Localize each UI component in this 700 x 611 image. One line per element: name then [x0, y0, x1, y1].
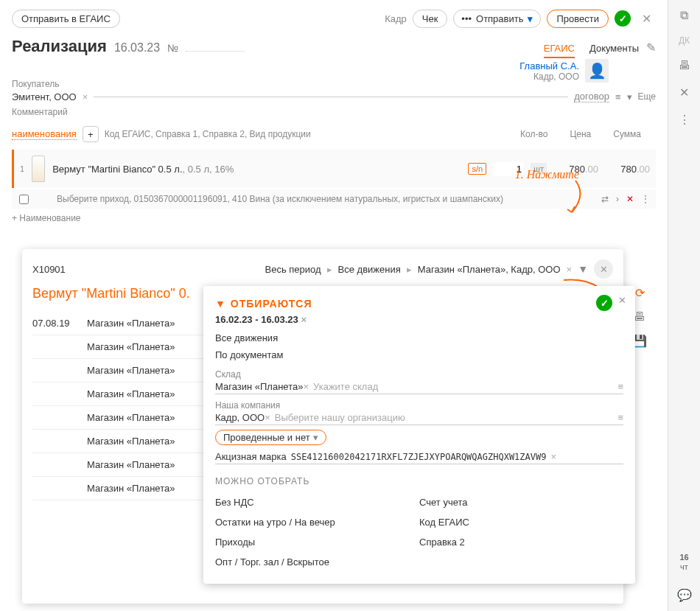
- dk-badge[interactable]: ДК: [679, 35, 690, 46]
- avatar: 👤: [585, 59, 609, 83]
- clear-store-icon[interactable]: ×: [567, 264, 573, 275]
- sn-button[interactable]: s/n: [468, 163, 486, 175]
- chek-button[interactable]: Чек: [413, 10, 448, 28]
- col-qty: Кол-во: [520, 129, 547, 139]
- breadcrumb-period[interactable]: Весь период: [265, 264, 321, 275]
- number-label: №: [167, 42, 178, 54]
- swap-icon[interactable]: ⇄: [601, 194, 609, 204]
- refresh-icon[interactable]: ⟳: [635, 286, 645, 300]
- chevron-down-icon[interactable]: ▾: [627, 91, 632, 102]
- clear-buyer-icon[interactable]: ×: [83, 91, 88, 102]
- delete-icon[interactable]: ✕: [626, 194, 634, 204]
- funnel-icon: ▼: [215, 298, 226, 310]
- delete-icon[interactable]: ✕: [679, 85, 689, 99]
- title-row: Реализация 16.03.23 № ЕГАИС Документы ✎: [12, 37, 656, 57]
- popup-code: X10901: [32, 264, 66, 275]
- chat-icon[interactable]: 💬: [677, 588, 692, 602]
- clear-date-icon[interactable]: ×: [301, 314, 307, 325]
- pencil-icon[interactable]: ✎: [646, 41, 656, 55]
- col-sum: Сумма: [613, 129, 641, 139]
- copy-icon[interactable]: ⧉: [680, 9, 688, 22]
- item-checkbox[interactable]: [19, 195, 29, 204]
- annotation-1: 1. Нажмите: [515, 168, 579, 181]
- toolbar: Отправить в ЕГАИС Кадр Чек ••• Отправить…: [12, 9, 656, 28]
- filter-date-range[interactable]: 16.02.23 - 16.03.23 ×: [215, 314, 623, 325]
- sum-cell: 780.00: [606, 164, 650, 175]
- ellipsis-icon: •••: [461, 13, 472, 24]
- company-input[interactable]: Кадр, ООО × Выберите нашу организацию ≡: [215, 411, 623, 425]
- tab-documents[interactable]: Документы: [589, 43, 639, 57]
- right-sidebar: ⧉ ДК 🖶 ✕ ⋮ 16 чт 💬: [668, 0, 700, 611]
- filter-option[interactable]: Без НДС: [215, 492, 419, 512]
- company-menu-icon[interactable]: ≡: [617, 412, 623, 423]
- filter-option[interactable]: Код ЕГАИС: [419, 512, 623, 532]
- status-dropdown[interactable]: Проведенные и нет ▾: [215, 430, 326, 445]
- print-icon[interactable]: 🖶: [634, 310, 645, 324]
- breadcrumb-store[interactable]: Магазин «Планета», Кадр, ООО: [418, 264, 561, 275]
- filter-title: ▼ ОТБИРАЮТСЯ: [215, 298, 623, 310]
- filter-close-icon[interactable]: ✕: [618, 295, 626, 311]
- clear-warehouse-icon[interactable]: ×: [303, 381, 309, 392]
- more-link[interactable]: Еще: [638, 91, 656, 102]
- confirm-icon[interactable]: ✓: [615, 10, 631, 27]
- filter-option[interactable]: Опт / Торг. зал / Вскрытое: [215, 552, 419, 572]
- number-input[interactable]: [186, 51, 245, 52]
- can-filter-label: МОЖНО ОТОБРАТЬ: [215, 476, 623, 486]
- excise-input[interactable]: Акцизная марка SSE41216002042171RXFL7ZJE…: [215, 451, 623, 464]
- clear-excise-icon[interactable]: ×: [550, 451, 556, 462]
- more-icon[interactable]: ⋮: [679, 113, 690, 127]
- item-hint: Выберите приход, 0150367000001196091, 41…: [57, 194, 503, 204]
- chevron-down-icon: ▾: [313, 432, 318, 443]
- breadcrumb-movements[interactable]: Все движения: [338, 264, 401, 275]
- clear-company-icon[interactable]: ×: [265, 412, 270, 423]
- warehouse-input[interactable]: Магазин «Планета» × Укажите склад ≡: [215, 380, 623, 394]
- user-name: Главный С.А.: [519, 60, 579, 71]
- company-label: Наша компания: [215, 400, 623, 411]
- filter-option[interactable]: Остатки на утро / На вечер: [215, 512, 419, 532]
- title-date: 16.03.23: [114, 41, 160, 55]
- warehouse-label: Склад: [215, 369, 623, 380]
- filter-all-movements[interactable]: Все движения: [215, 329, 623, 346]
- dropdown-arrow-icon: ▾: [528, 13, 533, 24]
- item-name: Вермут "Martini Bianco" 0.5 л., 0.5 л, 1…: [52, 164, 234, 175]
- tab-egais[interactable]: ЕГАИС: [544, 43, 575, 57]
- filter-apply-icon[interactable]: ✓: [596, 295, 612, 311]
- kadr-link[interactable]: Кадр: [385, 13, 407, 24]
- page-title: Реализация: [12, 37, 107, 56]
- contract-link[interactable]: договор: [574, 91, 609, 102]
- send-dropdown[interactable]: ••• Отправить ▾: [453, 10, 541, 28]
- provesti-button[interactable]: Провести: [547, 10, 609, 28]
- columns-hint: Код ЕГАИС, Справка 1, Справка 2, Вид про…: [105, 129, 311, 139]
- popup-close-icon[interactable]: ✕: [594, 259, 613, 279]
- send-egais-button[interactable]: Отправить в ЕГАИС: [12, 10, 120, 28]
- print-icon[interactable]: 🖶: [679, 59, 690, 72]
- menu-icon[interactable]: ≡: [615, 91, 621, 102]
- more-icon[interactable]: ⋮: [641, 194, 650, 204]
- filter-icon[interactable]: ▼: [578, 263, 588, 275]
- columns-header: наименования + Код ЕГАИС, Справка 1, Спр…: [12, 126, 656, 142]
- col-name[interactable]: наименования: [12, 128, 77, 140]
- warehouse-menu-icon[interactable]: ≡: [617, 381, 623, 392]
- item-subrow: Выберите приход, 0150367000001196091, 41…: [12, 189, 656, 209]
- filter-by-docs[interactable]: По документам: [215, 346, 623, 363]
- add-column-button[interactable]: +: [83, 126, 99, 142]
- col-price: Цена: [570, 129, 591, 139]
- close-icon[interactable]: ✕: [637, 9, 656, 28]
- user-company: Кадр, ООО: [519, 71, 579, 82]
- filter-option[interactable]: Счет учета: [419, 492, 623, 512]
- filter-popup: ✓ ✕ ▼ ОТБИРАЮТСЯ 16.02.23 - 16.03.23 × В…: [203, 286, 635, 584]
- bottle-icon: [32, 156, 45, 182]
- date-badge[interactable]: 16 чт: [675, 550, 693, 575]
- filter-option[interactable]: Справка 2: [419, 532, 623, 552]
- item-number: 1: [20, 164, 24, 173]
- buyer-value[interactable]: Эмитент, ООО: [12, 91, 77, 102]
- chevron-right-icon[interactable]: ›: [616, 194, 619, 204]
- filter-option[interactable]: Приходы: [215, 532, 419, 552]
- add-item-button[interactable]: + Наименование: [12, 213, 656, 223]
- user-block[interactable]: Главный С.А. Кадр, ООО 👤: [519, 59, 609, 83]
- comment-label[interactable]: Комментарий: [12, 107, 656, 117]
